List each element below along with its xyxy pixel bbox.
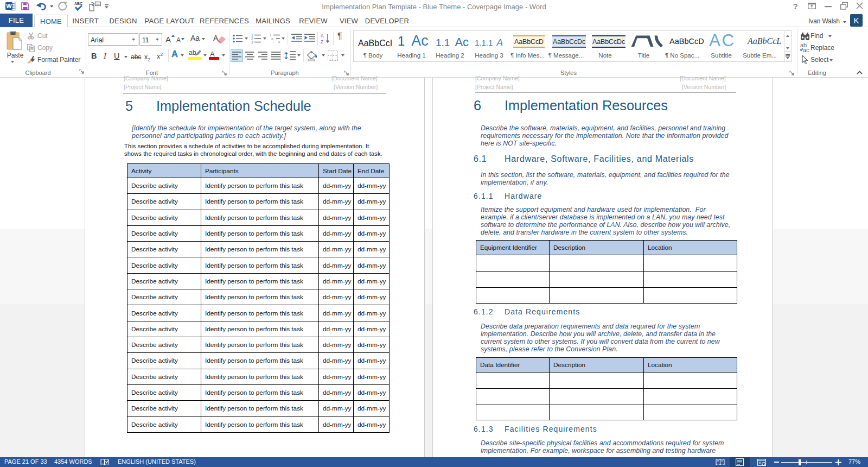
svg-text:W: W bbox=[6, 3, 12, 9]
svg-text:i: i bbox=[273, 41, 273, 44]
svg-text:A: A bbox=[321, 33, 324, 39]
svg-text:3: 3 bbox=[251, 40, 253, 43]
svg-text:ABC: ABC bbox=[74, 2, 82, 5]
svg-text:1: 1 bbox=[270, 33, 272, 37]
svg-text:Z: Z bbox=[321, 39, 323, 44]
